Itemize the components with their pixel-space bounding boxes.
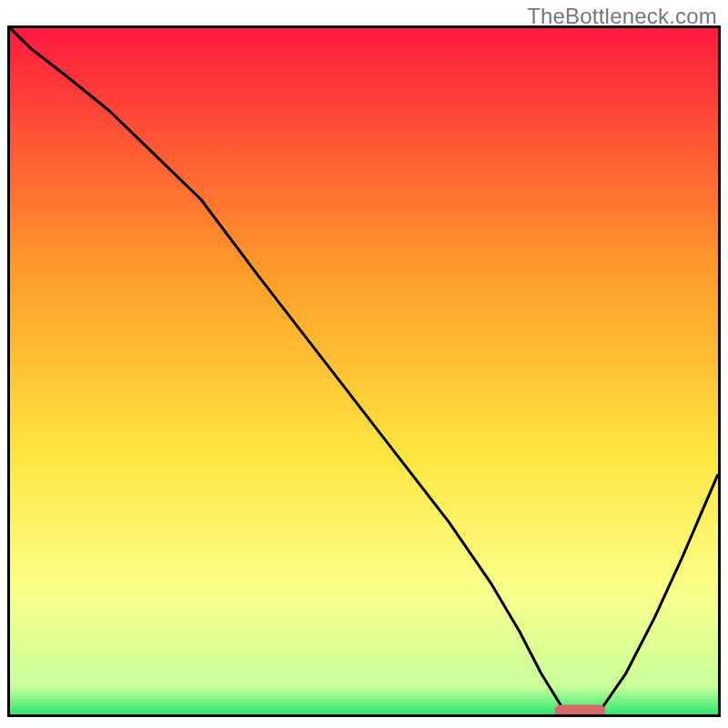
gradient-background bbox=[10, 28, 718, 714]
chart-container: TheBottleneck.com bbox=[0, 0, 728, 728]
plot-frame bbox=[7, 25, 721, 717]
chart-svg bbox=[10, 28, 718, 714]
optimal-zone-marker bbox=[555, 705, 605, 714]
